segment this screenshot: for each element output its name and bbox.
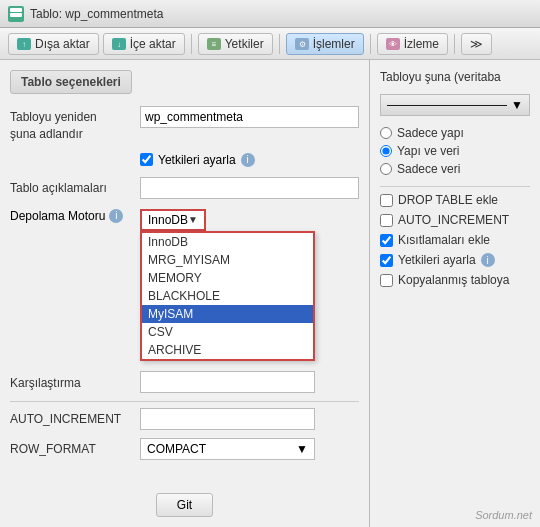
- check-kisitlamalari-label: Kısıtlamaları ekle: [398, 233, 490, 247]
- karsilastirma-label: Karşılaştırma: [10, 372, 140, 392]
- radio-sadece-yapi-label: Sadece yapı: [397, 126, 464, 140]
- dropdown-item-memory[interactable]: MEMORY: [142, 269, 313, 287]
- wrench-icon: ⚙: [295, 38, 309, 50]
- rename-label: Tabloyu yenidenşuna adlandır: [10, 106, 140, 143]
- right-yetkiler-info-icon[interactable]: i: [481, 253, 495, 267]
- depolama-dropdown-list: InnoDB MRG_MYISAM MEMORY BLACKHOLE MyISA…: [140, 231, 315, 361]
- panel-divider: [10, 401, 359, 402]
- rename-input[interactable]: [140, 106, 359, 128]
- right-select-wrapper: —————————— ▼: [380, 94, 530, 116]
- check-drop-table-label: DROP TABLE ekle: [398, 193, 498, 207]
- depolama-info-icon[interactable]: i: [109, 209, 123, 223]
- watermark: Sordum.net: [475, 509, 532, 521]
- depolama-dropdown-wrapper: InnoDB ▼ InnoDB MRG_MYISAM MEMORY BLACKH…: [140, 209, 206, 231]
- toolbar-izleme[interactable]: 👁 İzleme: [377, 33, 448, 55]
- title-bar: Tablo: wp_commentmeta: [0, 0, 540, 28]
- row-format-label: ROW_FORMAT: [10, 442, 140, 456]
- svg-text:👁: 👁: [389, 40, 397, 49]
- toolbar: ↑ Dışa aktar ↓ İçe aktar ≡ Yetkiler ⚙ İş…: [0, 28, 540, 60]
- row-format-value: COMPACT: [147, 442, 206, 456]
- right-select-arrow: ▼: [511, 98, 523, 112]
- rename-control: [140, 106, 359, 128]
- svg-rect-1: [10, 13, 22, 17]
- radio-yapi-veri-label: Yapı ve veri: [397, 144, 459, 158]
- svg-rect-0: [10, 8, 22, 12]
- toolbar-sep4: [454, 34, 455, 54]
- import-icon: ↓: [112, 38, 126, 50]
- karsilastirma-row: Karşılaştırma: [10, 371, 359, 393]
- dropdown-item-mrg-myisam[interactable]: MRG_MYISAM: [142, 251, 313, 269]
- toolbar-islemler[interactable]: ⚙ İşlemler: [286, 33, 364, 55]
- check-drop-table-input[interactable]: [380, 194, 393, 207]
- check-kisitlamalari-input[interactable]: [380, 234, 393, 247]
- check-kopyalanmis: Kopyalanmış tabloya: [380, 273, 530, 287]
- tablo-aciklamalari-control: [140, 177, 359, 199]
- depolama-arrow: ▼: [188, 214, 198, 225]
- tablo-aciklamalari-input[interactable]: [140, 177, 359, 199]
- radio-yapi-veri-input[interactable]: [380, 145, 392, 157]
- toolbar-ice-aktar[interactable]: ↓ İçe aktar: [103, 33, 185, 55]
- toolbar-yetkiler[interactable]: ≡ Yetkiler: [198, 33, 273, 55]
- right-database-select[interactable]: —————————— ▼: [380, 94, 530, 116]
- karsilastirma-input[interactable]: [140, 371, 315, 393]
- dropdown-item-blackhole[interactable]: BLACKHOLE: [142, 287, 313, 305]
- check-yetkileri-ayarla-input[interactable]: [380, 254, 393, 267]
- radio-sadece-veri-input[interactable]: [380, 163, 392, 175]
- auto-increment-input[interactable]: [140, 408, 315, 430]
- yetkiler-label: Yetkileri ayarla: [158, 153, 236, 167]
- radio-group: Sadece yapı Yapı ve veri Sadece veri: [380, 126, 530, 176]
- row-format-select[interactable]: COMPACT ▼: [140, 438, 315, 460]
- bottom-bar: Git: [0, 493, 369, 517]
- row-format-arrow: ▼: [296, 442, 308, 456]
- toolbar-sep2: [279, 34, 280, 54]
- toolbar-sep3: [370, 34, 371, 54]
- auto-increment-row: AUTO_INCREMENT: [10, 408, 359, 430]
- toolbar-sep1: [191, 34, 192, 54]
- check-kopyalanmis-input[interactable]: [380, 274, 393, 287]
- right-select-value: ——————————: [387, 98, 507, 112]
- depolama-select[interactable]: InnoDB ▼: [140, 209, 206, 231]
- left-panel: Tablo seçenekleri Tabloyu yenidenşuna ad…: [0, 60, 370, 527]
- dropdown-item-myisam[interactable]: MyISAM: [142, 305, 313, 323]
- rename-row: Tabloyu yenidenşuna adlandır: [10, 106, 359, 143]
- auto-increment-label: AUTO_INCREMENT: [10, 412, 140, 426]
- title-bar-icon: [8, 6, 24, 22]
- svg-text:⚙: ⚙: [298, 40, 305, 49]
- yetkiler-checkbox[interactable]: [140, 153, 153, 166]
- check-group: DROP TABLE ekle AUTO_INCREMENT Kısıtlama…: [380, 193, 530, 287]
- check-kopyalanmis-label: Kopyalanmış tabloya: [398, 273, 509, 287]
- check-drop-table: DROP TABLE ekle: [380, 193, 530, 207]
- git-button[interactable]: Git: [156, 493, 213, 517]
- depolama-selected-value: InnoDB: [148, 213, 188, 227]
- tablo-aciklamalari-row: Tablo açıklamaları: [10, 177, 359, 199]
- depolama-label: Depolama Motoru i: [10, 209, 140, 223]
- yetkiler-info-icon[interactable]: i: [241, 153, 255, 167]
- tablo-aciklamalari-label: Tablo açıklamaları: [10, 177, 140, 197]
- check-kisitlamalari: Kısıtlamaları ekle: [380, 233, 530, 247]
- eye-icon: 👁: [386, 38, 400, 50]
- radio-sadece-yapi-input[interactable]: [380, 127, 392, 139]
- toolbar-more[interactable]: ≫: [461, 33, 492, 55]
- dropdown-item-archive[interactable]: ARCHIVE: [142, 341, 313, 359]
- yetkiler-row: Yetkileri ayarla i: [140, 153, 359, 167]
- dropdown-item-csv[interactable]: CSV: [142, 323, 313, 341]
- right-divider: [380, 186, 530, 187]
- check-yetkileri-ayarla: Yetkileri ayarla i: [380, 253, 530, 267]
- toolbar-disa-aktar[interactable]: ↑ Dışa aktar: [8, 33, 99, 55]
- radio-yapi-veri: Yapı ve veri: [380, 144, 530, 158]
- section-title: Tablo seçenekleri: [10, 70, 132, 94]
- dropdown-item-innodb[interactable]: InnoDB: [142, 233, 313, 251]
- export-icon: ↑: [17, 38, 31, 50]
- right-panel: Tabloyu şuna (veritaba —————————— ▼ Sade…: [370, 60, 540, 527]
- svg-text:↓: ↓: [117, 40, 121, 49]
- svg-text:↑: ↑: [22, 40, 26, 49]
- title-bar-text: Tablo: wp_commentmeta: [30, 7, 163, 21]
- keys-icon: ≡: [207, 38, 221, 50]
- svg-text:≡: ≡: [211, 40, 216, 49]
- check-auto-increment-label: AUTO_INCREMENT: [398, 213, 509, 227]
- check-auto-increment-input[interactable]: [380, 214, 393, 227]
- right-title: Tabloyu şuna (veritaba: [380, 70, 530, 84]
- radio-sadece-veri-label: Sadece veri: [397, 162, 460, 176]
- radio-sadece-yapi: Sadece yapı: [380, 126, 530, 140]
- radio-sadece-veri: Sadece veri: [380, 162, 530, 176]
